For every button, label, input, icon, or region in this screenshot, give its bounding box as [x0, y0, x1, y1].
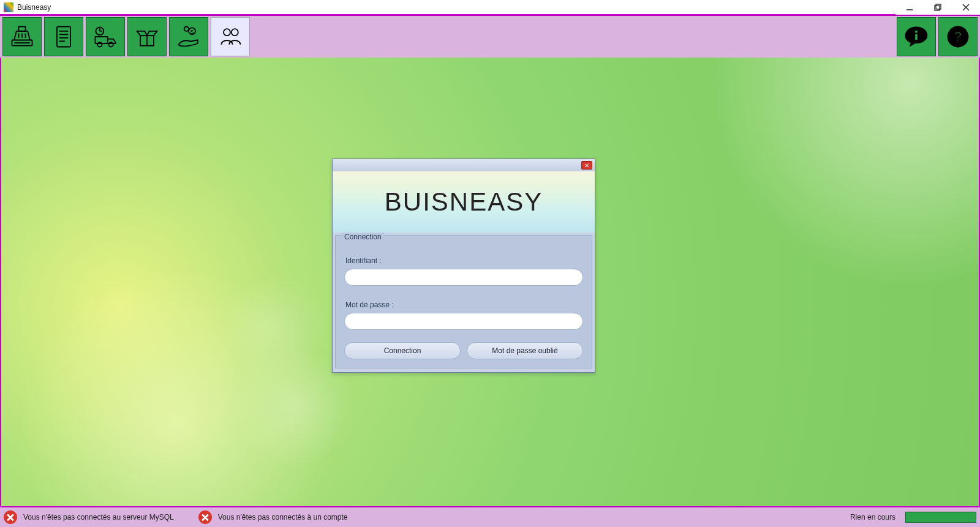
svg-point-26: [184, 27, 189, 31]
mysql-status-text: Vous n'êtes pas connectés au serveur MyS…: [23, 513, 174, 521]
minimize-icon: [906, 4, 913, 11]
toolbar-cash-register-button[interactable]: [2, 17, 42, 56]
info-bubble-icon: [903, 23, 930, 50]
identifier-label: Identifiant :: [345, 256, 583, 265]
window-close-button[interactable]: [952, 0, 980, 15]
toolbar-delivery-button[interactable]: [86, 17, 125, 56]
login-dialog: ✕ BUISNEASY Connection Identifiant : Mot…: [332, 159, 595, 373]
users-icon: [217, 23, 244, 50]
login-banner: BUISNEASY: [333, 171, 595, 233]
svg-point-29: [915, 31, 918, 33]
svg-text:$: $: [190, 29, 194, 35]
main-area: ✕ BUISNEASY Connection Identifiant : Mot…: [0, 58, 980, 507]
toolbar-info-button[interactable]: [897, 17, 936, 56]
svg-rect-2: [936, 4, 941, 9]
mysql-error-icon: [4, 510, 17, 524]
svg-point-27: [224, 29, 230, 36]
app-icon: [4, 2, 13, 12]
window-titlebar: Buisneasy: [0, 0, 980, 15]
toolbar-document-button[interactable]: [44, 17, 83, 56]
cash-register-icon: [9, 23, 36, 50]
progress-label: Rien en cours: [850, 513, 895, 521]
svg-rect-6: [19, 27, 26, 31]
account-status-text: Vous n'êtes pas connectés à un compte: [218, 513, 348, 521]
svg-point-28: [232, 29, 238, 36]
help-icon: ?: [944, 23, 971, 50]
connection-legend: Connection: [342, 233, 384, 241]
identifier-input[interactable]: [344, 269, 583, 286]
toolbar-box-button[interactable]: [127, 17, 167, 56]
window-title: Buisneasy: [17, 3, 51, 12]
main-toolbar: $ ?: [0, 16, 980, 58]
toolbar-users-button[interactable]: [211, 17, 250, 56]
svg-text:?: ?: [954, 29, 962, 44]
window-minimize-button[interactable]: [895, 0, 924, 15]
toolbar-help-button[interactable]: ?: [938, 17, 978, 56]
close-icon: ✕: [584, 162, 589, 169]
progress-bar: [905, 512, 976, 523]
svg-rect-11: [57, 27, 70, 47]
document-icon: [50, 23, 77, 50]
window-maximize-button[interactable]: [924, 0, 952, 15]
open-box-icon: [134, 23, 160, 50]
login-dialog-titlebar[interactable]: ✕: [333, 159, 595, 171]
svg-rect-30: [915, 34, 918, 40]
toolbar-money-button[interactable]: $: [169, 17, 208, 56]
forgot-password-button[interactable]: Mot de passe oublié: [467, 342, 583, 359]
money-hand-icon: $: [175, 23, 202, 50]
connection-group: Connection Identifiant : Mot de passe : …: [335, 235, 592, 368]
delivery-truck-icon: [92, 23, 119, 50]
svg-rect-1: [935, 6, 940, 10]
close-icon: [962, 4, 970, 11]
maximize-icon: [934, 4, 941, 11]
login-close-button[interactable]: ✕: [581, 161, 592, 170]
status-bar: Vous n'êtes pas connectés au serveur MyS…: [0, 507, 980, 527]
account-error-icon: [198, 510, 212, 524]
password-label: Mot de passe :: [345, 301, 583, 309]
password-input[interactable]: [344, 313, 583, 330]
connect-button[interactable]: Connection: [344, 342, 461, 359]
